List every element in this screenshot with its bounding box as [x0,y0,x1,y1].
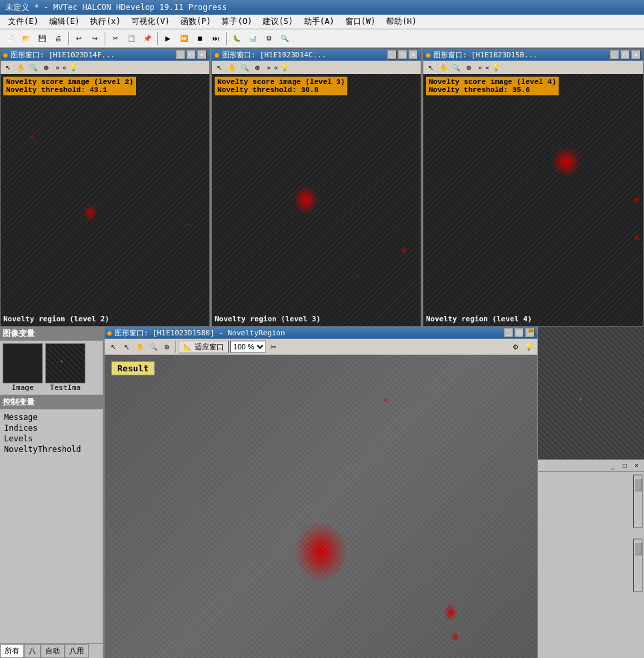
tab-used[interactable]: 八用 [65,644,89,658]
menu-functions[interactable]: 函数(P) [175,15,217,29]
img-win-1-titlebar[interactable]: ● 图形窗口: [H1E1023D14F... _ □ × [1,49,209,61]
img-var-testima[interactable]: TestIma [45,343,85,392]
right-panel-ctrl-row1: _ □ × [538,460,644,472]
w1-zoom-btn[interactable]: 🔍 [27,61,39,73]
open-button[interactable]: 📂 [19,31,33,46]
center-image-window: ● 图形窗口: [H1E1023D1580] - NoveltyRegion _… [105,327,537,658]
img-win-2-toolbar: ↖ ✋ 🔍 ⊕ » « 💡 [212,61,421,74]
win3-close[interactable]: × [631,50,641,59]
main-area: ● 图形窗口: [H1E1023D14F... _ □ × ↖ ✋ 🔍 ⊕ » … [0,48,644,658]
cw-nav-btn[interactable]: ↖ [107,341,119,353]
cw-fit-btn[interactable]: 📐 适应窗口 [179,341,229,353]
run-button[interactable]: ▶ [161,31,175,46]
w3-bulb-btn[interactable]: 💡 [490,61,502,73]
ctrl-var-message[interactable]: Message [3,412,100,423]
menu-file[interactable]: 文件(E) [3,15,44,29]
arrow-right-icon[interactable]: ► [529,322,536,336]
save-button[interactable]: 💾 [35,31,49,46]
img-win-1-header: Novelty score image (level 2) Novelty th… [3,77,136,95]
menu-operators[interactable]: 算子(O) [216,15,257,29]
w1-cursor-btn[interactable]: ↖ [2,61,14,73]
tab-manual[interactable]: 自动 [41,644,65,658]
control-vars-area: Message Indices Levels NoveltyThreshold [0,409,103,457]
img-win-3-titlebar[interactable]: ● 图形窗口: [H1E1023D15B... _ □ × [423,49,643,61]
zoom-reset-button[interactable]: 🔍 [277,31,292,46]
profile-button[interactable]: 📊 [245,31,260,46]
menu-window[interactable]: 窗口(W) [340,15,381,29]
menu-help[interactable]: 帮助(H) [381,15,422,29]
cut-button[interactable]: ✂ [108,31,123,46]
center-win-toolbar: ↖ ↖ ✋ 🔍 ⊕ 📐 适应窗口 100 % 50 % 200 % ✂ ⚙ [105,339,537,355]
w1-hand-btn[interactable]: ✋ [15,61,27,73]
w2-zoomp-btn[interactable]: ⊕ [251,61,263,73]
right-controls [538,472,644,658]
rp-minimize-btn[interactable]: _ [607,460,619,472]
menu-visualize[interactable]: 可视化(V) [126,15,175,29]
redo-button[interactable]: ↪ [87,31,102,46]
cw-hand-btn[interactable]: ✋ [134,341,146,353]
w1-bulb-btn[interactable]: 💡 [67,61,79,73]
w1-zoomp-btn[interactable]: ⊕ [40,61,52,73]
top-image-row: ● 图形窗口: [H1E1023D14F... _ □ × ↖ ✋ 🔍 ⊕ » … [0,48,644,327]
w3-cursor-btn[interactable]: ↖ [425,61,437,73]
w3-zoom-btn[interactable]: 🔍 [450,61,462,73]
settings-button[interactable]: ⚙ [261,31,276,46]
result-label: Result [111,361,155,375]
zoom-select[interactable]: 100 % 50 % 200 % [230,341,266,353]
win2-minimize[interactable]: _ [387,50,397,59]
center-maximize[interactable]: □ [515,328,524,337]
rp-maximize-btn[interactable]: □ [619,460,631,472]
center-minimize[interactable]: _ [504,328,513,337]
w2-hand-btn[interactable]: ✋ [226,61,238,73]
step-button[interactable]: ⏭ [209,31,223,46]
run-fast-button[interactable]: ⏩ [177,31,191,46]
copy-button[interactable]: 📋 [124,31,139,46]
menu-edit[interactable]: 编辑(E) [44,15,85,29]
rp-close-btn[interactable]: × [631,460,643,472]
win1-close[interactable]: × [197,50,207,59]
w2-bulb-btn[interactable]: 💡 [279,61,291,73]
tab-all[interactable]: 所有 [0,644,24,658]
right-scrollbar-2[interactable] [633,539,643,592]
new-button[interactable]: 📄 [3,31,17,46]
img-win-2-titlebar[interactable]: ● 图形窗口: [H1E1023D14C... _ □ × [212,49,421,61]
img-win-1-controls: _ □ × [176,50,207,59]
w2-cursor-btn[interactable]: ↖ [213,61,225,73]
right-scrollbar[interactable] [633,475,643,528]
win1-maximize[interactable]: □ [187,50,196,59]
print-button[interactable]: 🖨 [51,31,65,46]
w3-hand-btn[interactable]: ✋ [437,61,449,73]
menu-assistant[interactable]: 助手(A) [299,15,340,29]
debug-button[interactable]: 🐛 [229,31,244,46]
paste-button[interactable]: 📌 [140,31,155,46]
tab-auto[interactable]: 八 [24,644,41,658]
img-var-testima-label: TestIma [50,383,81,392]
w2-zoom-btn[interactable]: 🔍 [239,61,251,73]
win2-maximize[interactable]: □ [398,50,407,59]
win2-close[interactable]: × [409,50,418,59]
cw-settings-btn[interactable]: ⚙ [509,341,521,353]
win1-minimize[interactable]: _ [176,50,185,59]
img-thumb-noise-2 [46,344,85,383]
cw-zoom-btn[interactable]: 🔍 [147,341,159,353]
center-win-titlebar[interactable]: ● 图形窗口: [H1E1023D1580] - NoveltyRegion _… [105,327,537,339]
ctrl-var-indices[interactable]: Indices [3,423,100,433]
win3-minimize[interactable]: _ [610,50,619,59]
win3-maximize[interactable]: □ [621,50,630,59]
cw-cursor-btn[interactable]: ↖ [121,341,133,353]
scrollbar-thumb-2 [634,542,642,555]
img-var-image[interactable]: Image [3,343,43,392]
cw-zoomp-btn[interactable]: ⊕ [161,341,173,353]
ctrl-var-levels[interactable]: Levels [3,433,100,444]
cw-scissors-btn[interactable]: ✂ [267,341,279,353]
img-win-3-canvas: Novelty score image (level 4) Novelty th… [423,74,643,326]
menu-execute[interactable]: 执行(x) [85,15,126,29]
menu-suggest[interactable]: 建议(S) [257,15,299,29]
undo-button[interactable]: ↩ [71,31,86,46]
scrollbar-thumb [634,478,642,491]
w3-zoomp-btn[interactable]: ⊕ [463,61,475,73]
img-win-2-bottom-label: Novelty region (level 3) [215,315,321,323]
ctrl-var-noveltythreshold[interactable]: NoveltyThreshold [3,444,100,455]
stop-button[interactable]: ⏹ [193,31,207,46]
cw-bulb-btn[interactable]: 💡 [523,341,535,353]
